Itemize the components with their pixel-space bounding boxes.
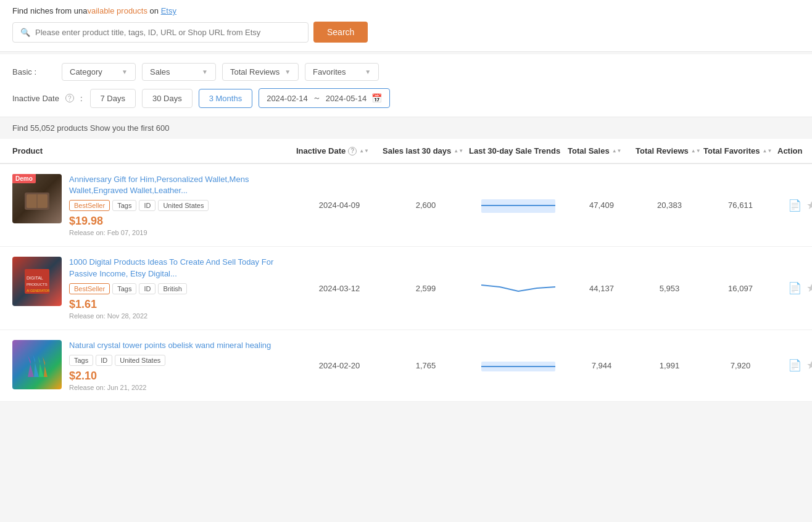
product-title[interactable]: 1000 Digital Products Ideas To Create An… <box>69 257 296 279</box>
basic-filter-row: Basic : Category ▼ Sales ▼ Total Reviews… <box>12 63 800 81</box>
3-months-button[interactable]: 3 Months <box>199 89 252 108</box>
search-button[interactable]: Search <box>313 22 368 43</box>
sort-icon[interactable]: ▲▼ <box>454 148 463 154</box>
tag-country: United States <box>158 200 209 211</box>
report-icon[interactable]: 📄 <box>788 281 802 295</box>
chevron-down-icon: ▼ <box>122 68 128 75</box>
search-box: 🔍 <box>12 22 309 43</box>
inactive-date-cell: 2024-03-12 <box>296 284 383 293</box>
top-bar: Find niches from unavailable products on… <box>0 0 812 52</box>
results-shown: 600 <box>156 123 170 133</box>
svg-text:AI GENERATOR: AI GENERATOR <box>27 289 50 292</box>
total-reviews-cell: 1,991 <box>636 361 703 370</box>
trend-chart-cell <box>469 276 568 300</box>
chevron-down-icon: ▼ <box>202 68 208 75</box>
product-image-box: Demo <box>12 174 62 223</box>
sales-30-cell: 2,599 <box>383 284 469 293</box>
category-label: Category <box>70 67 102 77</box>
report-icon[interactable]: 📄 <box>788 199 802 212</box>
product-price: $19.98 <box>69 215 296 228</box>
tag-id: ID <box>139 283 155 294</box>
product-price: $1.61 <box>69 298 296 311</box>
col-total-reviews[interactable]: Total Reviews ▲▼ <box>636 146 703 155</box>
col-action: Action <box>777 146 812 155</box>
action-cell: 📄 ★ <box>777 358 812 372</box>
total-favorites-cell: 76,611 <box>703 201 777 210</box>
calendar-icon: 📅 <box>371 93 382 103</box>
product-title[interactable]: Natural crystal tower points obelisk wan… <box>69 340 296 351</box>
total-reviews-dropdown[interactable]: Total Reviews ▼ <box>222 63 299 81</box>
favorite-icon[interactable]: ★ <box>806 281 812 295</box>
product-image-box <box>12 340 62 389</box>
total-favorites-cell: 7,920 <box>703 361 777 370</box>
total-favorites-cell: 16,097 <box>703 284 777 293</box>
report-icon[interactable]: 📄 <box>788 358 802 372</box>
sort-icon[interactable]: ▲▼ <box>691 148 701 154</box>
search-row: 🔍 Search <box>12 22 800 43</box>
tag-tags: Tags <box>69 355 93 366</box>
col-total-favorites[interactable]: Total Favorites ▲▼ <box>703 146 777 155</box>
inactive-date-cell: 2024-04-09 <box>296 201 383 210</box>
sort-icon[interactable]: ▲▼ <box>763 148 773 154</box>
action-cell: 📄 ★ <box>777 199 812 212</box>
product-thumbnail: DIGITALPRODUCTSAI GENERATOR <box>12 257 62 306</box>
chevron-down-icon: ▼ <box>284 68 291 75</box>
tag-country: United States <box>115 355 165 366</box>
product-info: 1000 Digital Products Ideas To Create An… <box>69 257 296 319</box>
favorite-icon[interactable]: ★ <box>806 199 812 212</box>
tags-row: BestSeller Tags ID United States <box>69 200 296 211</box>
inactive-date-cell: 2024-02-20 <box>296 361 383 370</box>
col-product: Product <box>12 146 296 155</box>
sales-30-cell: 2,600 <box>383 201 469 210</box>
30-days-button[interactable]: 30 Days <box>142 89 193 108</box>
release-date: Release on: Nov 28, 2022 <box>69 312 296 320</box>
results-prefix: Find <box>12 123 30 133</box>
col-sales-30[interactable]: Sales last 30 days ▲▼ <box>383 146 469 155</box>
svg-marker-12 <box>43 357 48 377</box>
sort-icon[interactable]: ▲▼ <box>359 148 369 154</box>
products-table: Product Inactive Date ? ▲▼ Sales last 30… <box>0 139 812 402</box>
favorites-dropdown[interactable]: Favorites ▼ <box>305 63 379 81</box>
favorite-icon[interactable]: ★ <box>806 358 812 372</box>
tagline-highlight: vailable products <box>87 6 147 15</box>
total-sales-cell: 47,409 <box>568 201 636 210</box>
help-icon[interactable]: ? <box>65 94 74 102</box>
category-dropdown[interactable]: Category ▼ <box>62 63 136 81</box>
tags-row: BestSeller Tags ID British <box>69 283 296 294</box>
svg-marker-9 <box>28 355 34 377</box>
trend-chart-cell <box>469 353 568 378</box>
table-header: Product Inactive Date ? ▲▼ Sales last 30… <box>0 139 812 164</box>
table-row: DIGITALPRODUCTSAI GENERATOR 1000 Digital… <box>0 247 812 329</box>
action-cell: 📄 ★ <box>777 281 812 295</box>
tagline-platform: Etsy <box>161 6 176 15</box>
col-inactive-date[interactable]: Inactive Date ? ▲▼ <box>296 146 383 155</box>
svg-marker-10 <box>33 354 39 377</box>
help-icon[interactable]: ? <box>348 147 357 155</box>
tagline: Find niches from unavailable products on… <box>12 6 800 15</box>
svg-text:PRODUCTS: PRODUCTS <box>27 283 48 286</box>
col-sale-trends: Last 30-day Sale Trends <box>469 146 568 155</box>
tag-bestseller: BestSeller <box>69 200 110 211</box>
date-range-picker[interactable]: 2024-02-14 ～ 2024-05-14 📅 <box>259 88 390 108</box>
sales-dropdown[interactable]: Sales ▼ <box>142 63 216 81</box>
product-cell: Natural crystal tower points obelisk wan… <box>12 340 296 391</box>
tag-tags: Tags <box>112 200 136 211</box>
col-total-sales[interactable]: Total Sales ▲▼ <box>568 146 636 155</box>
product-cell: Demo Anniversary Gift for Him,Personaliz… <box>12 174 296 236</box>
product-title[interactable]: Anniversary Gift for Him,Personalized Wa… <box>69 174 296 196</box>
product-thumbnail <box>12 340 62 389</box>
tagline-find: Find niches from una <box>12 6 87 15</box>
tags-row: Tags ID United States <box>69 355 296 366</box>
sort-icon[interactable]: ▲▼ <box>612 148 622 154</box>
svg-marker-11 <box>38 355 44 377</box>
inactive-label: Inactive Date <box>12 94 59 103</box>
date-tilde: ～ <box>313 93 321 104</box>
trend-chart-cell <box>469 193 568 218</box>
7-days-button[interactable]: 7 Days <box>90 89 136 108</box>
search-input[interactable] <box>35 28 300 37</box>
total-sales-cell: 44,137 <box>568 284 636 293</box>
favorites-label: Favorites <box>313 67 346 77</box>
date-from: 2024-02-14 <box>267 94 308 103</box>
svg-text:DIGITAL: DIGITAL <box>27 276 43 280</box>
release-date: Release on: Jun 21, 2022 <box>69 384 296 391</box>
